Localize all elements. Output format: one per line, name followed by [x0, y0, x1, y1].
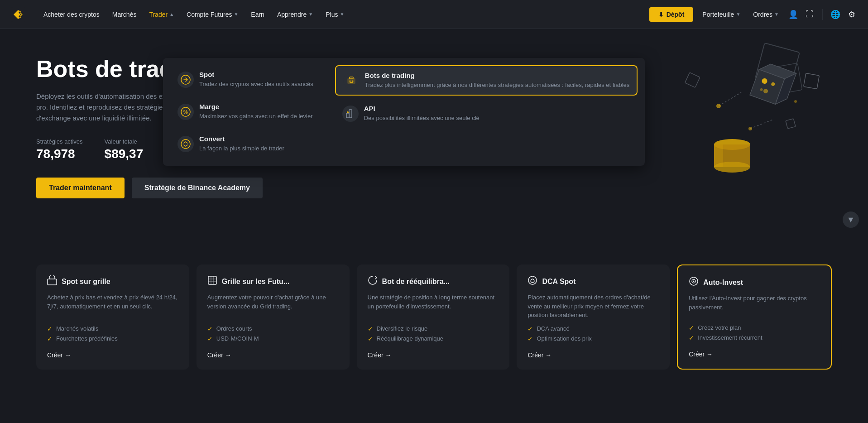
card-dca-spot-link[interactable]: Créer →	[528, 351, 659, 359]
dropdown-convert[interactable]: Convert La façon la plus simple de trade…	[170, 130, 321, 158]
card-grille-futures-title: Grille sur les Futu...	[222, 278, 289, 286]
convert-text: Convert La façon la plus simple de trade…	[199, 135, 284, 153]
card-dca-spot-features: ✓ DCA avancé ✓ Optimisation des prix	[528, 325, 659, 342]
svg-rect-30	[346, 113, 349, 118]
svg-rect-31	[349, 110, 352, 118]
card-spot-grille-title: Spot sur grille	[62, 278, 110, 286]
spot-grille-icon	[47, 275, 57, 288]
check-icon-1: ✓	[47, 335, 53, 342]
api-text: API Des possibilités illimitées avec une…	[364, 105, 480, 122]
card-dca-spot: DCA Spot Placez automatiquement des ordr…	[517, 264, 670, 370]
dropdown-marge[interactable]: % Marge Maximisez vos gains avec un effe…	[170, 97, 321, 126]
settings-icon[interactable]: ⚙	[846, 9, 857, 20]
account-icon[interactable]: 👤	[788, 9, 799, 20]
svg-point-25	[181, 139, 190, 149]
portefeuille-arrow-icon: ▼	[736, 12, 740, 17]
dca-spot-icon	[528, 275, 537, 288]
card-bot-reequilibra-feature-1: ✓ Rééquilibrage dynamique	[368, 335, 499, 342]
card-bot-reequilibra-features: ✓ Diversifiez le risque ✓ Rééquilibrage …	[368, 325, 499, 342]
svg-rect-27	[350, 77, 353, 79]
bots-title: Bots de trading	[365, 72, 630, 79]
card-spot-grille-feature-1: ✓ Fourchettes prédéfinies	[47, 335, 178, 342]
portefeuille-button[interactable]: Portefeuille ▼	[699, 7, 744, 22]
svg-point-32	[347, 111, 349, 113]
dropdown-api[interactable]: API Des possibilités illimitées avec une…	[335, 99, 638, 128]
api-icon	[342, 106, 359, 122]
card-auto-invest-link[interactable]: Créer →	[689, 351, 820, 358]
bot-reequilibra-icon	[368, 275, 378, 288]
ordres-button[interactable]: Ordres ▼	[749, 7, 782, 22]
api-desc: Des possibilités illimitées avec une seu…	[364, 114, 480, 122]
bots-text: Bots de trading Tradez plus intelligemme…	[365, 72, 630, 89]
card-dca-spot-feature-0: ✓ DCA avancé	[528, 325, 659, 332]
trader-dropdown: Spot Tradez des cryptos avec des outils …	[163, 58, 645, 166]
card-grille-futures-link[interactable]: Créer →	[207, 351, 339, 359]
convert-desc: La façon la plus simple de trader	[199, 144, 284, 153]
svg-point-35	[528, 276, 537, 284]
card-grille-futures-header: Grille sur les Futu...	[207, 275, 339, 288]
header-divider	[822, 9, 823, 20]
bots-desc: Tradez plus intelligemment grâce à nos d…	[365, 81, 630, 89]
marge-text: Marge Maximisez vos gains avec un effet …	[199, 103, 313, 120]
globe-icon[interactable]: 🌐	[830, 9, 841, 20]
nav-earn[interactable]: Earn	[245, 7, 270, 22]
card-bot-reequilibra-link[interactable]: Créer →	[368, 351, 499, 359]
check-icon-7: ✓	[528, 335, 533, 342]
bots-icon	[343, 72, 360, 89]
check-icon-6: ✓	[528, 325, 533, 332]
marge-icon: %	[177, 104, 194, 120]
auto-invest-icon	[689, 276, 699, 288]
card-grille-futures-feature-1: ✓ USD-M/COIN-M	[207, 335, 339, 342]
card-bot-reequilibra-desc: Une stratégie de position à long terme s…	[368, 293, 499, 320]
card-spot-grille-desc: Achetez à prix bas et vendez à prix élev…	[47, 293, 178, 320]
spot-desc: Tradez des cryptos avec des outils avanc…	[199, 80, 313, 88]
card-spot-grille-header: Spot sur grille	[47, 275, 178, 288]
svg-point-29	[352, 81, 353, 82]
dropdown-spot[interactable]: Spot Tradez des cryptos avec des outils …	[170, 65, 321, 94]
depot-button[interactable]: ⬇ Dépôt	[649, 7, 694, 22]
nav-marches[interactable]: Marchés	[107, 7, 142, 22]
trader-arrow-icon: ▲	[169, 12, 174, 17]
header-right: ⬇ Dépôt Portefeuille ▼ Ordres ▼ 👤 ⛶ 🌐 ⚙	[649, 7, 857, 22]
svg-rect-33	[48, 279, 57, 285]
marge-title: Marge	[199, 103, 313, 111]
card-dca-spot-title: DCA Spot	[542, 278, 575, 286]
nav-trader[interactable]: Trader ▲	[144, 7, 179, 22]
card-auto-invest-header: Auto-Invest	[689, 276, 820, 288]
cards-section: Spot sur grille Achetez à prix bas et ve…	[0, 255, 868, 388]
logo[interactable]	[11, 7, 25, 22]
card-bot-reequilibra: Bot de rééquilibra... Une stratégie de p…	[357, 264, 510, 370]
card-spot-grille-link[interactable]: Créer →	[47, 351, 178, 359]
nav-acheter[interactable]: Acheter des cryptos	[38, 7, 105, 22]
check-icon-3: ✓	[207, 335, 213, 342]
nav-futures[interactable]: Compte Futures ▼	[181, 7, 244, 22]
fullscreen-icon[interactable]: ⛶	[804, 9, 815, 20]
dropdown-col-2: Bots de trading Tradez plus intelligemme…	[335, 65, 638, 159]
card-dca-spot-header: DCA Spot	[528, 275, 659, 288]
check-icon-2: ✓	[207, 325, 213, 332]
convert-icon	[177, 136, 194, 152]
futures-arrow-icon: ▼	[234, 12, 238, 17]
card-grille-futures-desc: Augmentez votre pouvoir d'achat grâce à …	[207, 293, 339, 320]
card-spot-grille-feature-0: ✓ Marchés volatils	[47, 325, 178, 332]
card-dca-spot-feature-1: ✓ Optimisation des prix	[528, 335, 659, 342]
spot-icon	[177, 72, 194, 88]
cards-row: Spot sur grille Achetez à prix bas et ve…	[36, 264, 832, 370]
card-auto-invest-features: ✓ Créez votre plan ✓ Investissement récu…	[689, 324, 820, 341]
check-icon-9: ✓	[689, 334, 694, 341]
apprendre-arrow-icon: ▼	[308, 12, 313, 17]
dropdown-bots[interactable]: Bots de trading Tradez plus intelligemme…	[335, 65, 638, 96]
nav-apprendre[interactable]: Apprendre ▼	[272, 7, 318, 22]
svg-rect-34	[208, 276, 216, 284]
ordres-arrow-icon: ▼	[774, 12, 779, 17]
card-bot-reequilibra-header: Bot de rééquilibra...	[368, 275, 499, 288]
dropdown-overlay: Spot Tradez des cryptos avec des outils …	[0, 58, 868, 255]
card-auto-invest-desc: Utilisez l'Auto-Invest pour gagner des c…	[689, 294, 820, 319]
grille-futures-icon	[207, 275, 217, 288]
nav-plus[interactable]: Plus ▼	[320, 7, 350, 22]
main-nav: Acheter des cryptos Marchés Trader ▲ Com…	[38, 7, 649, 22]
dropdown-col-1: Spot Tradez des cryptos avec des outils …	[170, 65, 321, 159]
card-bot-reequilibra-feature-0: ✓ Diversifiez le risque	[368, 325, 499, 332]
card-spot-grille-features: ✓ Marchés volatils ✓ Fourchettes prédéfi…	[47, 325, 178, 342]
page-body: Bots de trading Déployez les outils d'au…	[0, 29, 868, 255]
